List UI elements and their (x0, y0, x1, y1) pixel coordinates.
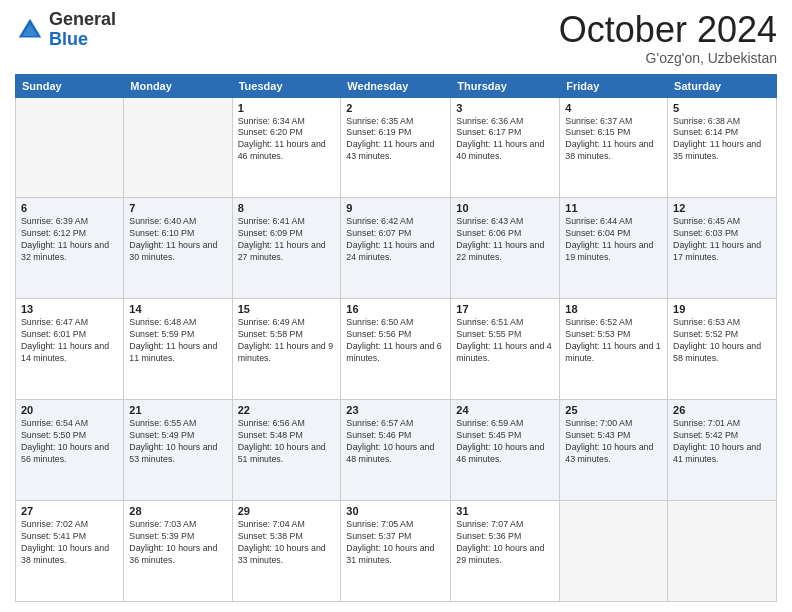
day-number: 28 (129, 505, 226, 517)
table-row: 4Sunrise: 6:37 AM Sunset: 6:15 PM Daylig… (560, 97, 668, 198)
day-info: Sunrise: 7:02 AM Sunset: 5:41 PM Dayligh… (21, 519, 118, 567)
day-number: 17 (456, 303, 554, 315)
table-row: 18Sunrise: 6:52 AM Sunset: 5:53 PM Dayli… (560, 299, 668, 400)
day-number: 10 (456, 202, 554, 214)
table-row: 10Sunrise: 6:43 AM Sunset: 6:06 PM Dayli… (451, 198, 560, 299)
table-row: 13Sunrise: 6:47 AM Sunset: 6:01 PM Dayli… (16, 299, 124, 400)
day-number: 9 (346, 202, 445, 214)
table-row (560, 501, 668, 602)
day-info: Sunrise: 6:54 AM Sunset: 5:50 PM Dayligh… (21, 418, 118, 466)
day-info: Sunrise: 6:55 AM Sunset: 5:49 PM Dayligh… (129, 418, 226, 466)
day-info: Sunrise: 6:42 AM Sunset: 6:07 PM Dayligh… (346, 216, 445, 264)
title-block: October 2024 G'ozg'on, Uzbekistan (559, 10, 777, 66)
day-number: 12 (673, 202, 771, 214)
day-info: Sunrise: 6:51 AM Sunset: 5:55 PM Dayligh… (456, 317, 554, 365)
day-info: Sunrise: 7:03 AM Sunset: 5:39 PM Dayligh… (129, 519, 226, 567)
day-info: Sunrise: 6:35 AM Sunset: 6:19 PM Dayligh… (346, 116, 445, 164)
header-friday: Friday (560, 74, 668, 97)
day-info: Sunrise: 6:37 AM Sunset: 6:15 PM Dayligh… (565, 116, 662, 164)
table-row: 6Sunrise: 6:39 AM Sunset: 6:12 PM Daylig… (16, 198, 124, 299)
table-row: 30Sunrise: 7:05 AM Sunset: 5:37 PM Dayli… (341, 501, 451, 602)
table-row: 29Sunrise: 7:04 AM Sunset: 5:38 PM Dayli… (232, 501, 341, 602)
day-number: 13 (21, 303, 118, 315)
day-number: 11 (565, 202, 662, 214)
calendar-week-row: 20Sunrise: 6:54 AM Sunset: 5:50 PM Dayli… (16, 400, 777, 501)
table-row: 11Sunrise: 6:44 AM Sunset: 6:04 PM Dayli… (560, 198, 668, 299)
day-info: Sunrise: 7:04 AM Sunset: 5:38 PM Dayligh… (238, 519, 336, 567)
month-title: October 2024 (559, 10, 777, 50)
day-info: Sunrise: 6:44 AM Sunset: 6:04 PM Dayligh… (565, 216, 662, 264)
day-number: 6 (21, 202, 118, 214)
table-row (668, 501, 777, 602)
day-info: Sunrise: 6:41 AM Sunset: 6:09 PM Dayligh… (238, 216, 336, 264)
table-row: 23Sunrise: 6:57 AM Sunset: 5:46 PM Dayli… (341, 400, 451, 501)
logo-text: General Blue (49, 10, 116, 50)
day-info: Sunrise: 6:57 AM Sunset: 5:46 PM Dayligh… (346, 418, 445, 466)
day-info: Sunrise: 7:05 AM Sunset: 5:37 PM Dayligh… (346, 519, 445, 567)
day-number: 27 (21, 505, 118, 517)
table-row: 1Sunrise: 6:34 AM Sunset: 6:20 PM Daylig… (232, 97, 341, 198)
day-number: 16 (346, 303, 445, 315)
table-row: 26Sunrise: 7:01 AM Sunset: 5:42 PM Dayli… (668, 400, 777, 501)
day-number: 26 (673, 404, 771, 416)
day-number: 24 (456, 404, 554, 416)
day-info: Sunrise: 6:38 AM Sunset: 6:14 PM Dayligh… (673, 116, 771, 164)
page: General Blue October 2024 G'ozg'on, Uzbe… (0, 0, 792, 612)
table-row (124, 97, 232, 198)
day-number: 2 (346, 102, 445, 114)
header-thursday: Thursday (451, 74, 560, 97)
table-row: 17Sunrise: 6:51 AM Sunset: 5:55 PM Dayli… (451, 299, 560, 400)
table-row: 7Sunrise: 6:40 AM Sunset: 6:10 PM Daylig… (124, 198, 232, 299)
calendar-table: Sunday Monday Tuesday Wednesday Thursday… (15, 74, 777, 602)
table-row: 27Sunrise: 7:02 AM Sunset: 5:41 PM Dayli… (16, 501, 124, 602)
day-number: 20 (21, 404, 118, 416)
day-info: Sunrise: 6:48 AM Sunset: 5:59 PM Dayligh… (129, 317, 226, 365)
day-number: 3 (456, 102, 554, 114)
table-row (16, 97, 124, 198)
header-saturday: Saturday (668, 74, 777, 97)
day-info: Sunrise: 6:45 AM Sunset: 6:03 PM Dayligh… (673, 216, 771, 264)
location: G'ozg'on, Uzbekistan (559, 50, 777, 66)
day-number: 23 (346, 404, 445, 416)
day-number: 22 (238, 404, 336, 416)
day-info: Sunrise: 6:47 AM Sunset: 6:01 PM Dayligh… (21, 317, 118, 365)
table-row: 20Sunrise: 6:54 AM Sunset: 5:50 PM Dayli… (16, 400, 124, 501)
logo-general-text: General (49, 9, 116, 29)
day-info: Sunrise: 6:56 AM Sunset: 5:48 PM Dayligh… (238, 418, 336, 466)
calendar-week-row: 27Sunrise: 7:02 AM Sunset: 5:41 PM Dayli… (16, 501, 777, 602)
day-number: 31 (456, 505, 554, 517)
header-wednesday: Wednesday (341, 74, 451, 97)
day-info: Sunrise: 7:00 AM Sunset: 5:43 PM Dayligh… (565, 418, 662, 466)
table-row: 22Sunrise: 6:56 AM Sunset: 5:48 PM Dayli… (232, 400, 341, 501)
day-number: 7 (129, 202, 226, 214)
day-info: Sunrise: 6:36 AM Sunset: 6:17 PM Dayligh… (456, 116, 554, 164)
day-number: 4 (565, 102, 662, 114)
calendar-week-row: 6Sunrise: 6:39 AM Sunset: 6:12 PM Daylig… (16, 198, 777, 299)
day-number: 21 (129, 404, 226, 416)
logo-blue-text: Blue (49, 29, 88, 49)
calendar-week-row: 13Sunrise: 6:47 AM Sunset: 6:01 PM Dayli… (16, 299, 777, 400)
table-row: 8Sunrise: 6:41 AM Sunset: 6:09 PM Daylig… (232, 198, 341, 299)
day-number: 25 (565, 404, 662, 416)
header-sunday: Sunday (16, 74, 124, 97)
day-number: 29 (238, 505, 336, 517)
table-row: 16Sunrise: 6:50 AM Sunset: 5:56 PM Dayli… (341, 299, 451, 400)
weekday-header-row: Sunday Monday Tuesday Wednesday Thursday… (16, 74, 777, 97)
day-number: 14 (129, 303, 226, 315)
day-number: 19 (673, 303, 771, 315)
header-monday: Monday (124, 74, 232, 97)
day-info: Sunrise: 6:49 AM Sunset: 5:58 PM Dayligh… (238, 317, 336, 365)
logo-icon (15, 15, 45, 45)
table-row: 14Sunrise: 6:48 AM Sunset: 5:59 PM Dayli… (124, 299, 232, 400)
day-number: 1 (238, 102, 336, 114)
day-info: Sunrise: 6:53 AM Sunset: 5:52 PM Dayligh… (673, 317, 771, 365)
day-info: Sunrise: 6:40 AM Sunset: 6:10 PM Dayligh… (129, 216, 226, 264)
day-info: Sunrise: 6:59 AM Sunset: 5:45 PM Dayligh… (456, 418, 554, 466)
table-row: 9Sunrise: 6:42 AM Sunset: 6:07 PM Daylig… (341, 198, 451, 299)
day-number: 30 (346, 505, 445, 517)
day-info: Sunrise: 6:39 AM Sunset: 6:12 PM Dayligh… (21, 216, 118, 264)
table-row: 3Sunrise: 6:36 AM Sunset: 6:17 PM Daylig… (451, 97, 560, 198)
table-row: 31Sunrise: 7:07 AM Sunset: 5:36 PM Dayli… (451, 501, 560, 602)
day-number: 5 (673, 102, 771, 114)
day-info: Sunrise: 7:01 AM Sunset: 5:42 PM Dayligh… (673, 418, 771, 466)
